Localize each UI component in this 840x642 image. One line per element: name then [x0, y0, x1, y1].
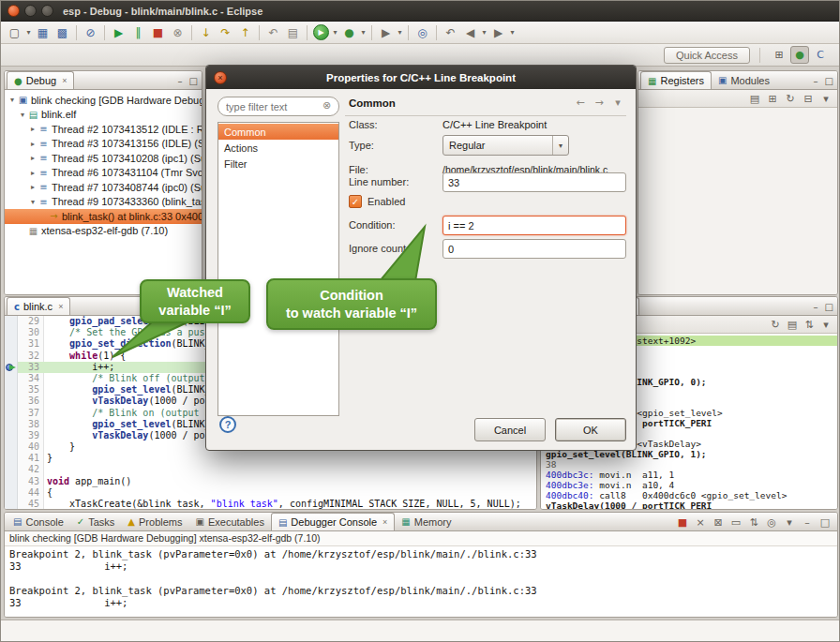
add-register-group-icon[interactable]: ⊞	[764, 91, 781, 106]
minimize-icon[interactable]: –	[178, 76, 183, 86]
window-close-button[interactable]	[8, 5, 20, 17]
disassembly-line[interactable]: 400dbc40: call8 0x400dc6c0 <gpio_set_lev…	[546, 490, 837, 500]
close-icon[interactable]: ×	[62, 76, 67, 85]
terminate-icon[interactable]: ■	[148, 23, 168, 42]
expander-open-icon[interactable]: ▾	[8, 96, 17, 104]
clear-console-icon[interactable]: ▭	[728, 515, 744, 530]
nav-menu-icon[interactable]: ▾	[609, 95, 626, 110]
code-line[interactable]: 45 xTaskCreate(&blink_task, "blink_task"…	[5, 499, 536, 509]
remove-launch-icon[interactable]: ×	[692, 515, 709, 530]
step-into-icon[interactable]: ↓	[196, 23, 216, 42]
minimize-icon[interactable]: –	[814, 302, 818, 312]
forward-icon[interactable]: →	[591, 95, 608, 110]
debug-tree-item[interactable]: ▾≡Thread #9 1073433360 (blink_task : Sus…	[5, 195, 202, 210]
expander-closed-icon[interactable]: ▸	[28, 183, 38, 191]
dialog-section-filter[interactable]: Filter	[218, 156, 338, 172]
tab-registers[interactable]: ▦Registers	[640, 71, 712, 89]
last-edit-location-icon[interactable]: ↶	[441, 23, 460, 42]
disassembly-line[interactable]: 400dbc3e: movi.n a10, 4	[546, 480, 837, 490]
dialog-section-common[interactable]: Common	[218, 124, 338, 140]
filter-input[interactable]	[218, 97, 339, 116]
back-icon[interactable]: ◀	[460, 23, 480, 42]
disconnect-icon[interactable]: ⊗	[168, 23, 188, 42]
code-line[interactable]: 41}	[5, 453, 536, 464]
debug-tree-item[interactable]: ▸≡Thread #2 1073413512 (IDLE : Running)	[5, 122, 202, 137]
external-tools-dropdown-icon[interactable]: ▾	[396, 23, 404, 42]
external-tools-icon[interactable]: ▶	[376, 23, 396, 42]
close-icon[interactable]: ×	[58, 302, 63, 311]
cancel-button[interactable]: Cancel	[474, 418, 546, 441]
maximize-icon[interactable]: □	[825, 302, 833, 312]
drop-to-frame-icon[interactable]: ↶	[263, 23, 283, 42]
refresh-icon[interactable]: ↻	[767, 317, 784, 332]
line-number-input[interactable]	[442, 172, 626, 192]
run-icon[interactable]: ▶	[313, 24, 329, 40]
disassembly-line[interactable]: 38	[546, 459, 837, 470]
help-button[interactable]: ?	[219, 416, 236, 433]
debug-dropdown-icon[interactable]: ▾	[359, 23, 368, 42]
collapse-all-icon[interactable]: ⊟	[800, 91, 817, 106]
debug-icon[interactable]: ●	[339, 23, 359, 42]
expander-closed-icon[interactable]: ▸	[28, 140, 38, 148]
pin-console-icon[interactable]: ◎	[763, 515, 780, 530]
instruction-stepping-mode-icon[interactable]: ▤	[283, 23, 303, 42]
debug-perspective-icon[interactable]: ●	[790, 46, 809, 64]
step-over-icon[interactable]: ↷	[216, 23, 235, 42]
tab-debug[interactable]: ● Debug ×	[7, 71, 74, 89]
search-icon[interactable]: ◎	[412, 23, 432, 42]
breakpoint-gutter[interactable]	[5, 362, 18, 373]
debug-tree-item[interactable]: ▸≡Thread #6 1073431104 (Tmr Svc) (Suspen…	[5, 166, 202, 181]
suspend-icon[interactable]: ‖	[128, 23, 148, 42]
code-line[interactable]: 44{	[5, 487, 536, 499]
window-minimize-button[interactable]	[24, 5, 37, 17]
view-menu-icon[interactable]: ▾	[818, 317, 834, 332]
quick-access-button[interactable]: Quick Access	[664, 47, 750, 64]
code-line[interactable]: 42	[5, 464, 536, 475]
tab-memory[interactable]: ▦Memory	[395, 513, 458, 530]
debug-tree-item[interactable]: →blink_task() at blink.c:33 0x400dbc39	[5, 209, 202, 224]
code-line[interactable]: 43void app_main()	[5, 476, 536, 487]
debug-tree-item[interactable]: ▸≡Thread #7 1073408744 (ipc0) (Suspended…	[5, 180, 202, 195]
debug-tree-item[interactable]: ▦xtensa-esp32-elf-gdb (7.10)	[5, 224, 202, 239]
debug-tree-item[interactable]: ▸≡Thread #3 1073413156 (IDLE) (Suspended…	[5, 137, 202, 152]
maximize-icon[interactable]: □	[189, 76, 198, 86]
dialog-section-actions[interactable]: Actions	[218, 140, 338, 156]
window-maximize-button[interactable]	[41, 5, 53, 17]
tab-modules[interactable]: ▣Modules	[712, 71, 776, 89]
show-source-icon[interactable]: ▤	[784, 317, 801, 332]
back-icon[interactable]: ←	[572, 95, 589, 110]
scroll-lock-icon[interactable]: ⇅	[745, 515, 762, 530]
display-selected-console-icon[interactable]: ▾	[781, 515, 798, 530]
new-dropdown-icon[interactable]: ▾	[24, 23, 33, 42]
remove-all-terminated-icon[interactable]: ⊠	[710, 515, 727, 530]
expander-open-icon[interactable]: ▾	[28, 198, 38, 206]
layout-icon[interactable]: ▤	[746, 91, 763, 106]
tab-executables[interactable]: ▣Executables	[189, 513, 271, 530]
tab-blink-c[interactable]: c blink.c ×	[7, 297, 70, 315]
skip-all-breakpoints-icon[interactable]: ⊘	[81, 23, 100, 42]
maximize-icon[interactable]: □	[817, 515, 833, 530]
maximize-icon[interactable]: □	[825, 76, 833, 86]
dialog-close-button[interactable]: ×	[214, 71, 227, 84]
debug-tree-item[interactable]: ▾▤blink.elf	[5, 108, 202, 123]
disassembly-line[interactable]: 400dbc3c: movi.n a11, 1	[546, 470, 837, 480]
minimize-icon[interactable]: –	[814, 76, 818, 86]
condition-input[interactable]	[442, 216, 626, 235]
enabled-checkbox[interactable]: ✓	[349, 195, 362, 208]
minimize-icon[interactable]: –	[799, 515, 816, 530]
tab-console[interactable]: ▤Console	[7, 513, 70, 530]
debug-tree-item[interactable]: ▸≡Thread #5 1073410208 (ipc1) (Suspended…	[5, 151, 202, 166]
tab-problems[interactable]: ▲Problems	[121, 513, 188, 530]
expander-closed-icon[interactable]: ▸	[28, 169, 38, 177]
type-select[interactable]: Regular ▾	[442, 135, 569, 156]
expander-closed-icon[interactable]: ▸	[28, 154, 38, 162]
sync-with-stack-frame-icon[interactable]: ⇅	[801, 317, 818, 332]
new-wizard-icon[interactable]: ▢	[5, 23, 24, 42]
cpp-perspective-icon[interactable]: C	[811, 46, 830, 64]
tab-debugger-console[interactable]: ▤Debugger Console×	[271, 513, 395, 530]
clear-filter-icon[interactable]: ⊗	[322, 99, 331, 112]
expander-open-icon[interactable]: ▾	[18, 111, 27, 119]
disassembly-line[interactable]: vTaskDelay(1000 / portTICK_PERI	[546, 500, 837, 509]
back-dropdown-icon[interactable]: ▾	[480, 23, 488, 42]
step-return-icon[interactable]: ↑	[235, 23, 255, 42]
